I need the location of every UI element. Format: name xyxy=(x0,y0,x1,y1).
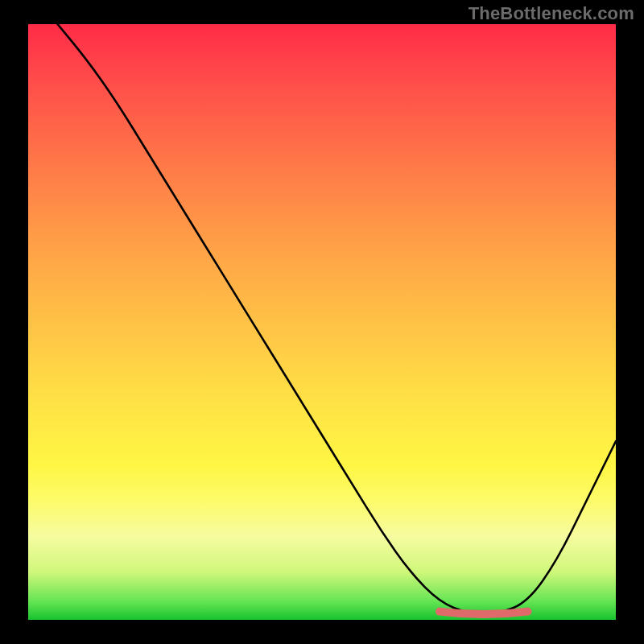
watermark-text: TheBottleneck.com xyxy=(469,3,634,24)
bottleneck-curve xyxy=(58,24,617,614)
curve-svg xyxy=(28,24,616,620)
flat-region-marker xyxy=(440,612,528,615)
chart-frame: TheBottleneck.com xyxy=(0,0,644,644)
plot-area xyxy=(28,24,616,620)
